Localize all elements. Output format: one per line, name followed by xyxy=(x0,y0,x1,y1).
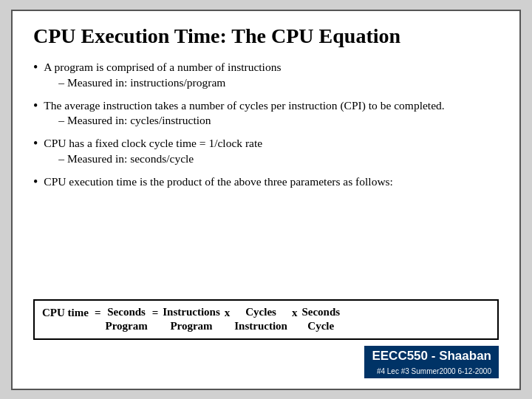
bullet-content-2: The average instruction takes a number o… xyxy=(44,98,444,129)
bullet-content-3: CPU has a fixed clock cycle time = 1/clo… xyxy=(44,136,262,167)
equation-label: CPU time xyxy=(42,305,89,319)
eq-cycles-top: Cycles xyxy=(245,305,276,320)
bullet-item-1: • A program is comprised of a number of … xyxy=(33,60,499,91)
eq-seconds-top: Seconds xyxy=(107,305,146,320)
equation-terms: = Seconds Program = Instructions Program… xyxy=(95,305,340,334)
eq-term-instructions-program: Instructions Program xyxy=(163,305,220,334)
bullet-item-2: • The average instruction takes a number… xyxy=(33,98,499,129)
bullet-main-2: The average instruction takes a number o… xyxy=(44,98,444,114)
bullet-content-4: CPU execution time is the product of the… xyxy=(44,174,393,190)
bullet-item-4: • CPU execution time is the product of t… xyxy=(33,174,499,191)
bullet-main-4: CPU execution time is the product of the… xyxy=(44,174,393,190)
eq-seconds-cycle-top: Seconds xyxy=(301,305,340,320)
eq-instructions-bottom: Program xyxy=(170,319,212,334)
bullet-dot-2: • xyxy=(33,98,38,115)
footer: EECC550 - Shaaban #4 Lec #3 Summer2000 6… xyxy=(33,346,499,378)
bullet-main-1: A program is comprised of a number of in… xyxy=(44,60,281,75)
eq-sep-1: = xyxy=(152,305,159,319)
eq-sep-2: x xyxy=(225,305,231,319)
eq-equals: = xyxy=(95,305,101,319)
bullet-sub-3: – Measured in: seconds/cycle xyxy=(58,151,262,167)
bullet-dot-1: • xyxy=(33,60,38,76)
eq-seconds-cycle-bottom: Cycle xyxy=(307,319,334,334)
bullet-sub-2: – Measured in: cycles/instruction xyxy=(58,113,444,129)
bullet-content-1: A program is comprised of a number of in… xyxy=(44,60,281,91)
eq-term-seconds-cycle: Seconds Cycle xyxy=(301,305,340,334)
slide: CPU Execution Time: The CPU Equation • A… xyxy=(11,10,521,390)
eq-term-cycles-instruction: Cycles Instruction xyxy=(234,305,287,334)
slide-title: CPU Execution Time: The CPU Equation xyxy=(33,24,499,48)
bullet-item-3: • CPU has a fixed clock cycle time = 1/c… xyxy=(33,136,499,167)
bullet-sub-1: – Measured in: instructions/program xyxy=(58,75,281,91)
eq-sep-3: x xyxy=(292,305,298,319)
eq-term-seconds-program: Seconds Program xyxy=(105,305,147,334)
equation-box: CPU time = Seconds Program = Instruction… xyxy=(33,299,499,340)
bullet-dot-4: • xyxy=(33,174,38,191)
eq-seconds-bottom: Program xyxy=(105,319,147,334)
bullet-main-3: CPU has a fixed clock cycle time = 1/clo… xyxy=(44,136,262,151)
footer-subtext: #4 Lec #3 Summer2000 6-12-2000 xyxy=(364,366,499,378)
footer-block: EECC550 - Shaaban #4 Lec #3 Summer2000 6… xyxy=(364,346,499,378)
bullet-list: • A program is comprised of a number of … xyxy=(33,60,499,293)
bullet-dot-3: • xyxy=(33,136,38,152)
footer-badge: EECC550 - Shaaban xyxy=(364,346,499,366)
eq-cycles-bottom: Instruction xyxy=(234,319,287,334)
eq-instructions-top: Instructions xyxy=(163,305,220,320)
